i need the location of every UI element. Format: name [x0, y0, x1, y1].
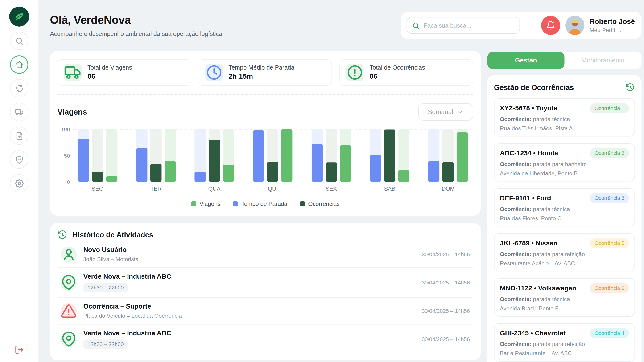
sidebar-item-settings[interactable] — [10, 174, 28, 192]
logout-button[interactable] — [14, 345, 24, 356]
bar-track — [370, 129, 381, 182]
chart-period-select[interactable]: Semanal — [418, 103, 473, 121]
dashed-divider — [58, 94, 473, 95]
occurrence-card[interactable]: JKL-6789 • NissanOcorrência 5Ocorrência:… — [494, 233, 635, 272]
tab-gestao[interactable]: Gestão — [488, 52, 564, 69]
history-item-date: 30/04/2025 – 14h56 — [422, 308, 470, 314]
alert-triangle-icon — [61, 303, 76, 319]
sidebar-item-sync[interactable] — [10, 79, 28, 98]
clock-icon — [205, 64, 223, 81]
logout-icon — [14, 345, 24, 354]
sidebar-item-new-report[interactable] — [10, 126, 28, 145]
dashboard: Olá, VerdeNova Acompanhe o desempenho am… — [0, 0, 644, 362]
bar-tempo-de-parada — [428, 161, 440, 182]
bar-ocorrencias — [326, 162, 337, 182]
bar-track — [398, 129, 410, 182]
bar-track — [384, 129, 396, 182]
history-item: Novo UsuárioJoão Silva – Motorista30/04/… — [58, 241, 473, 268]
sync-icon — [15, 84, 24, 92]
bar-track — [282, 129, 293, 182]
vehicle-plate: JKL-6789 • Nissan — [500, 240, 558, 247]
stat-label: Tempo Médio de Parada — [229, 64, 294, 71]
bar-ocorrencias — [209, 140, 220, 182]
search-icon — [412, 22, 420, 30]
bar-group-dom: DOM — [428, 129, 468, 182]
vehicle-plate: XYZ-5678 • Toyota — [500, 105, 558, 112]
occurrence-card[interactable]: MNO-1122 • VolkswagenOcorrência 6Ocorrên… — [494, 278, 635, 316]
bar-tempo-de-parada — [195, 171, 206, 182]
occurrence-location: Restaurante Acácio – Av. ABC — [500, 260, 629, 266]
history-time-badge: 12h30 – 22h00 — [83, 340, 128, 349]
occurrence-card[interactable]: XYZ-5678 • ToyotaOcorrência 1Ocorrência:… — [494, 98, 635, 137]
bar-track — [253, 129, 264, 182]
search-box[interactable] — [407, 17, 520, 34]
stat-value: 2h 15m — [229, 72, 294, 80]
bar-track — [443, 129, 454, 182]
notifications-button[interactable] — [541, 16, 560, 35]
occurrence-card[interactable]: GHI-2345 • ChevroletOcorrência 4Ocorrênc… — [494, 323, 635, 362]
vehicle-plate: ABC-1234 • Honda — [500, 150, 558, 157]
bar-group-seg: SEG — [78, 129, 118, 182]
search-input[interactable] — [424, 22, 514, 29]
chart-title: Viagens — [58, 108, 87, 117]
legend-swatch — [233, 201, 238, 206]
history-item-date: 30/04/2025 – 14h56 — [422, 336, 470, 342]
bar-track — [150, 129, 162, 182]
vehicle-plate: GHI-2345 • Chevrolet — [500, 330, 566, 337]
occurrence-badge: Ocorrência 6 — [590, 283, 629, 293]
bar-ocorrencias — [267, 162, 279, 182]
profile-link[interactable]: Meu Perfil → — [590, 27, 635, 34]
legend-item-viagens: Viagens — [191, 200, 220, 207]
sidebar — [0, 0, 38, 362]
verdenova-logo-icon[interactable] — [9, 6, 29, 27]
clock-history-icon[interactable] — [626, 83, 635, 92]
stat-value: 06 — [370, 72, 425, 80]
truck-icon — [15, 108, 24, 116]
stat-label: Total de Ocorrências — [370, 64, 425, 71]
bar-ocorrencias — [150, 164, 162, 182]
history-item-subtitle: Placa do Veículo – Local da Oocrrência — [83, 313, 182, 319]
sidebar-item-trips[interactable] — [10, 103, 28, 121]
occurrence-card[interactable]: DEF-9101 • FordOcorrência 3Ocorrência: p… — [494, 188, 635, 227]
bar-group-qua: QUA — [194, 129, 234, 182]
bar-viagens — [106, 176, 118, 182]
occurrence-location: Bar e Restaurante – Av. ABC — [500, 350, 629, 356]
history-item-date: 30/04/2025 – 14h56 — [422, 280, 470, 286]
overview-card: Total de Viagens06Tempo Médio de Parada2… — [50, 51, 481, 216]
bar-track — [223, 129, 234, 182]
bar-track — [164, 129, 176, 182]
tab-monitoramento[interactable]: Monitoramento — [564, 52, 642, 69]
history-item-title: Verde Nova – Industria ABC — [83, 273, 171, 280]
chart-legend: ViagensTempo de ParadaOcorrências — [58, 200, 473, 207]
avatar[interactable] — [566, 16, 584, 35]
occurrences-panel-header: Gestão de Ocorrências — [494, 81, 635, 94]
bar-track — [340, 129, 351, 182]
bar-track — [428, 129, 440, 182]
occurrence-card[interactable]: ABC-1234 • HondaOcorrência 2Ocorrência: … — [494, 143, 635, 182]
sidebar-item-security[interactable] — [10, 150, 28, 169]
chart-groups: SEGTERQUAQUISEXSABDOM — [73, 129, 472, 182]
history-item-subtitle: João Silva – Motorista — [83, 256, 138, 262]
occurrence-location: Avenida da Liberdade, Ponto B — [500, 170, 629, 177]
history-item: Verde Nova – Industria ABC12h30 – 22h003… — [58, 268, 473, 298]
bar-group-sab: SAB — [370, 129, 410, 182]
bar-track — [106, 129, 118, 182]
x-axis-label: SEX — [312, 186, 352, 192]
user-name: Roberto José — [590, 18, 635, 26]
bar-tempo-de-parada — [253, 130, 264, 182]
bar-track — [92, 129, 103, 182]
bar-track — [195, 129, 206, 182]
bar-viagens — [282, 129, 293, 182]
x-axis-label: QUA — [194, 186, 234, 192]
bar-viagens — [223, 164, 234, 182]
history-header: Histórico de Atividades — [58, 228, 473, 241]
stat-card-total-ocorrencias: Total de Ocorrências06 — [340, 59, 473, 86]
sidebar-item-search[interactable] — [10, 32, 28, 50]
gear-icon — [15, 179, 24, 188]
sidebar-item-home[interactable] — [10, 56, 28, 74]
occurrence-type: Ocorrência: parada técnica — [500, 116, 629, 122]
occurrence-type: Ocorrência: parada para banheiro — [500, 161, 629, 168]
chevron-down-icon — [457, 109, 464, 115]
gridline — [73, 182, 472, 182]
bar-viagens — [164, 162, 176, 182]
